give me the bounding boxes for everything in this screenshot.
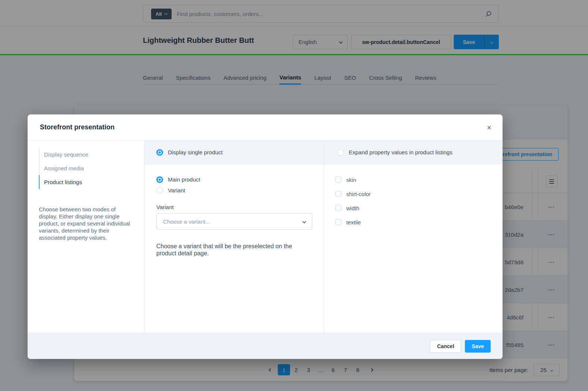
variant-radio-label: Variant bbox=[168, 187, 185, 193]
radio-unselected-icon[interactable] bbox=[337, 149, 344, 156]
radio-selected-icon[interactable] bbox=[156, 149, 163, 156]
variant-help-text: Choose a variant that will be the presel… bbox=[156, 243, 306, 257]
sidebar-item-assigned-media[interactable]: Assigned media bbox=[39, 161, 134, 175]
single-product-mode-label: Display single product bbox=[168, 149, 223, 155]
variant-field-label: Variant bbox=[156, 204, 312, 210]
checkbox-unchecked-icon[interactable] bbox=[335, 191, 341, 197]
expand-properties-mode-label: Expand property values in product listin… bbox=[349, 149, 453, 155]
property-option-skin[interactable]: skin bbox=[335, 175, 503, 184]
single-product-mode-option[interactable]: Display single product bbox=[144, 141, 323, 164]
property-label: skin bbox=[346, 177, 356, 183]
checkbox-unchecked-icon[interactable] bbox=[335, 205, 341, 211]
property-checklist: skin shirt-color width textile bbox=[324, 164, 503, 227]
main-product-option[interactable]: Main product bbox=[156, 174, 312, 185]
single-product-column: Display single product Main product Vari… bbox=[144, 141, 324, 333]
property-option-shirt-color[interactable]: shirt-color bbox=[335, 189, 503, 198]
variant-select[interactable]: Choose a variant... bbox=[156, 213, 312, 230]
mode-description: Choose between two modes of display. Eit… bbox=[39, 206, 134, 241]
sidebar-item-product-listings[interactable]: Product listings bbox=[39, 175, 134, 189]
checkbox-unchecked-icon[interactable] bbox=[335, 219, 341, 225]
variant-select-placeholder: Choose a variant... bbox=[163, 218, 210, 225]
close-icon[interactable]: × bbox=[487, 124, 491, 131]
modal-footer: Cancel Save bbox=[28, 333, 503, 359]
radio-unselected-icon[interactable] bbox=[156, 187, 163, 194]
expand-properties-mode-option[interactable]: Expand property values in product listin… bbox=[324, 141, 503, 164]
cancel-button[interactable]: Cancel bbox=[430, 340, 461, 353]
modal-header: Storefront presentation × bbox=[28, 114, 503, 141]
chevron-down-icon bbox=[303, 220, 306, 223]
property-label: shirt-color bbox=[346, 191, 371, 197]
checkbox-unchecked-icon[interactable] bbox=[335, 177, 341, 183]
storefront-presentation-modal: Storefront presentation × Display sequen… bbox=[28, 114, 503, 359]
modal-title: Storefront presentation bbox=[40, 123, 115, 131]
property-label: width bbox=[346, 205, 359, 211]
sidebar-item-display-sequence[interactable]: Display sequence bbox=[39, 148, 134, 161]
modal-body: Display sequence Assigned media Product … bbox=[28, 141, 503, 333]
variant-option[interactable]: Variant bbox=[156, 185, 312, 196]
main-product-label: Main product bbox=[168, 176, 200, 183]
expand-properties-column: Expand property values in product listin… bbox=[324, 141, 503, 333]
property-label: textile bbox=[346, 219, 361, 226]
property-option-textile[interactable]: textile bbox=[335, 218, 503, 227]
modal-sidebar: Display sequence Assigned media Product … bbox=[28, 141, 144, 333]
save-button[interactable]: Save bbox=[465, 340, 491, 353]
property-option-width[interactable]: width bbox=[335, 204, 503, 212]
radio-selected-icon[interactable] bbox=[156, 176, 163, 183]
